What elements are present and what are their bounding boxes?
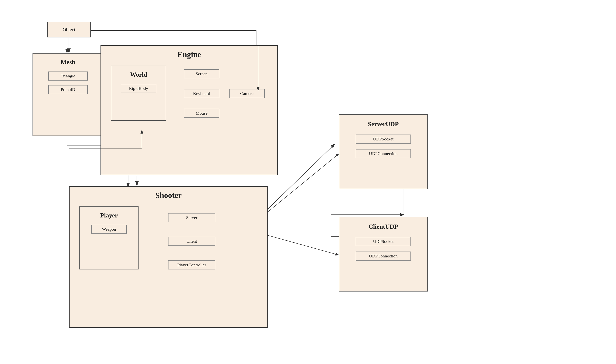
triangle-box: Triangle	[48, 72, 88, 80]
player-box: Player Weapon	[79, 207, 139, 270]
camera-box: Camera	[229, 89, 265, 98]
clientudp-box: ClientUDP UDPSocket UDPConnection	[339, 217, 428, 291]
serverudp-udpconnection: UDPConnection	[356, 149, 411, 158]
diagram-container: Object Mesh Triangle Point4D Engine Worl…	[0, 0, 616, 364]
mouse-box: Mouse	[184, 109, 219, 118]
serverudp-udpsocket: UDPSocket	[356, 134, 411, 143]
playercontroller-box: PlayerController	[168, 260, 215, 270]
mesh-box: Mesh Triangle Point4D	[33, 53, 104, 136]
serverudp-label: ServerUDP	[364, 118, 403, 130]
engine-box: Engine World RigidBody Screen Keyboard M…	[101, 45, 278, 175]
serverudp-box: ServerUDP UDPSocket UDPConnection	[339, 114, 428, 189]
client-box: Client	[168, 237, 215, 246]
player-label: Player	[96, 210, 122, 221]
weapon-box: Weapon	[91, 225, 127, 234]
shooter-label: Shooter	[70, 191, 267, 200]
rigidbody-box: RigidBody	[121, 84, 156, 93]
mesh-label: Mesh	[57, 56, 79, 68]
clientudp-label: ClientUDP	[365, 221, 402, 232]
screen-box: Screen	[184, 69, 219, 78]
world-label: World	[126, 69, 151, 80]
object-label: Object	[60, 26, 79, 34]
server-box: Server	[168, 213, 215, 222]
keyboard-box: Keyboard	[184, 89, 219, 98]
point4d-box: Point4D	[48, 85, 88, 94]
clientudp-udpsocket: UDPSocket	[356, 237, 411, 246]
clientudp-udpconnection: UDPConnection	[356, 251, 411, 260]
world-box: World RigidBody	[111, 65, 166, 121]
shooter-box: Shooter Player Weapon Server Client Play…	[69, 186, 268, 328]
engine-label: Engine	[101, 50, 277, 59]
object-box: Object	[47, 22, 91, 38]
